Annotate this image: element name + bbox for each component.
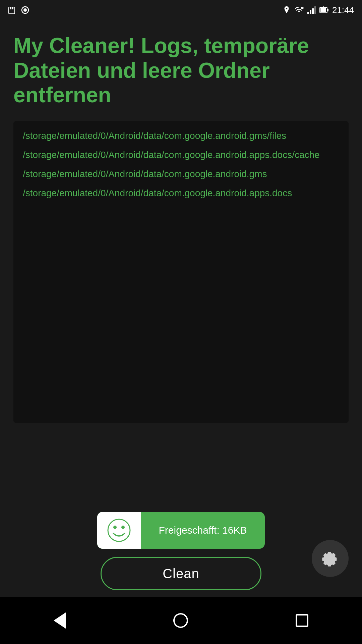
main-content: My Cleaner! Logs, temporäre Dateien und … (0, 20, 362, 423)
gear-icon (321, 550, 339, 567)
app-title: My Cleaner! Logs, temporäre Dateien und … (13, 34, 349, 108)
svg-point-4 (23, 8, 27, 12)
back-icon (54, 612, 66, 629)
smiley-icon (107, 519, 131, 542)
status-bar-right: 21:44 (283, 5, 354, 15)
file-path-2: /storage/emulated/0/Android/data/com.goo… (23, 148, 339, 161)
camera-icon (21, 6, 29, 14)
file-path-3: /storage/emulated/0/Android/data/com.goo… (23, 167, 339, 180)
home-icon (173, 613, 188, 628)
status-bar: 21:44 (0, 0, 362, 20)
svg-rect-0 (9, 7, 15, 14)
svg-rect-7 (307, 12, 309, 14)
wifi-icon (294, 6, 304, 14)
freed-banner-text: Freigeschafft: 16KB (141, 512, 265, 549)
nav-recents-button[interactable] (296, 614, 308, 627)
signal-icon (307, 6, 316, 14)
svg-point-18 (113, 526, 117, 529)
svg-rect-10 (314, 6, 316, 14)
settings-button[interactable] (312, 540, 349, 577)
svg-rect-1 (10, 7, 11, 9)
sd-card-icon (8, 6, 17, 14)
file-path-1: /storage/emulated/0/Android/data/com.goo… (23, 129, 339, 142)
nav-home-button[interactable] (173, 613, 188, 628)
clean-button[interactable]: Clean (101, 557, 261, 590)
svg-rect-9 (312, 8, 314, 14)
bottom-area: Freigeschafft: 16KB Clean (0, 512, 362, 590)
file-list-box: /storage/emulated/0/Android/data/com.goo… (13, 121, 349, 423)
location-icon (283, 6, 291, 14)
battery-icon (319, 6, 329, 14)
svg-point-17 (108, 519, 130, 541)
svg-rect-13 (327, 9, 328, 11)
svg-point-19 (121, 526, 125, 529)
nav-back-button[interactable] (54, 612, 66, 629)
navigation-bar (0, 597, 362, 644)
freed-banner: Freigeschafft: 16KB (97, 512, 265, 549)
status-bar-left (8, 6, 29, 14)
svg-rect-2 (12, 7, 13, 9)
recents-icon (296, 614, 308, 627)
freed-banner-icon (97, 512, 141, 549)
file-path-4: /storage/emulated/0/Android/data/com.goo… (23, 186, 339, 200)
svg-rect-8 (310, 10, 311, 14)
status-time: 21:44 (332, 5, 354, 15)
